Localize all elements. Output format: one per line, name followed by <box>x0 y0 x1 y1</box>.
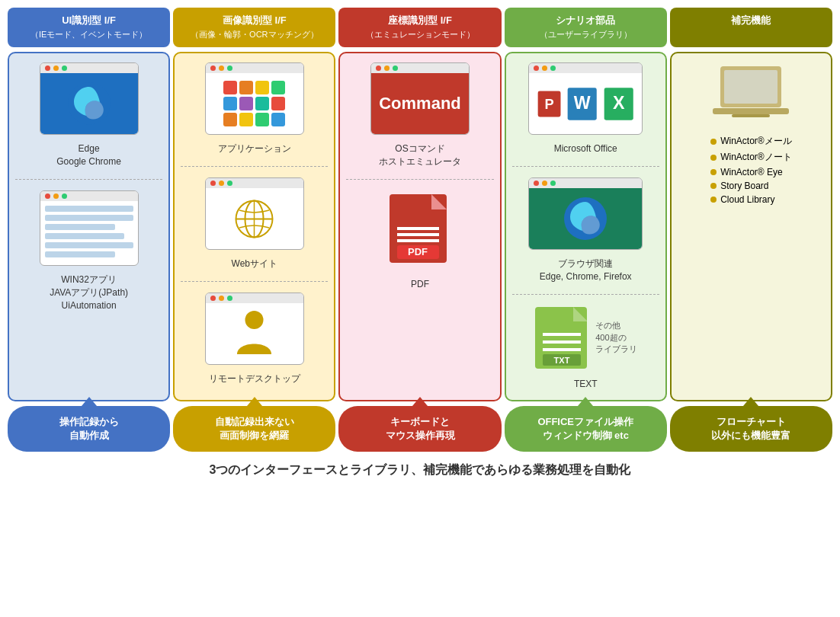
list-item-note: WinActor®ノート <box>710 151 792 164</box>
grid-cell <box>223 97 237 110</box>
excel-icon: X <box>603 83 634 125</box>
dot-g7 <box>550 66 556 71</box>
header-scenario: シナリオ部品（ユーザーライブラリ） <box>505 8 667 47</box>
txt-file-icon: TXT <box>534 305 591 370</box>
grid-cell <box>239 97 253 110</box>
divider4 <box>346 179 493 180</box>
app-label: アプリケーション <box>218 142 291 155</box>
grid-cell <box>271 97 285 110</box>
app-grid <box>220 78 288 129</box>
dot-g8 <box>550 181 556 186</box>
edge-window <box>40 62 139 135</box>
dot-y5 <box>219 296 224 301</box>
dot-r8 <box>534 181 539 186</box>
arrow-scenario: OFFICEファイル操作ウィンドウ制御 etc <box>505 406 667 452</box>
txt-label: TEXT <box>574 378 598 391</box>
grid-cell <box>239 113 253 126</box>
dot-y7 <box>542 66 547 71</box>
bar5 <box>45 242 133 248</box>
grid-cell <box>223 113 237 126</box>
header-supplement: 補完機能 <box>670 8 832 47</box>
divider6 <box>512 294 659 295</box>
dot-y6 <box>384 66 390 71</box>
bullet-dot <box>710 155 717 161</box>
dot-g4 <box>227 181 232 186</box>
laptop-icon <box>709 62 793 127</box>
dot-r4 <box>210 181 216 186</box>
dot-g5 <box>227 296 232 301</box>
arrow-coord: キーボードとマウス操作再現 <box>338 406 501 452</box>
col-supplement: WinActor®メール WinActor®ノート WinActor® Eye … <box>670 52 832 401</box>
app-window <box>205 62 304 135</box>
header-row: UI識別型 I/F（IEモード、イベントモード） 画像識別型 I/F（画像・輪郭… <box>8 8 832 47</box>
svg-text:TXT: TXT <box>554 356 570 365</box>
arrow-image: 自動記録出来ない画面制御を網羅 <box>173 406 335 452</box>
list-item-label: WinActor®メール <box>720 135 792 148</box>
bar1 <box>45 206 133 212</box>
globe-icon <box>233 198 275 240</box>
content-row: EdgeGoogle Chrome WIN32アプリJAV <box>8 52 832 401</box>
remote-window <box>205 293 304 365</box>
list-item-label: WinActor® Eye <box>720 167 783 177</box>
grid-cell <box>223 81 237 94</box>
arrow-ui: 操作記録から自動作成 <box>8 406 170 452</box>
bar2 <box>45 215 133 221</box>
dot-r3 <box>210 66 216 71</box>
divider5 <box>512 166 659 167</box>
header-ui: UI識別型 I/F（IEモード、イベントモード） <box>8 8 170 47</box>
list-item-label: Cloud Library <box>720 194 774 205</box>
browser-label: ブラウザ関連Edge, Chrome, Firefox <box>540 257 632 283</box>
bullet-dot <box>710 183 717 189</box>
dot-y4 <box>219 181 224 186</box>
command-text: Command <box>379 94 461 113</box>
list-item-label: WinActor®ノート <box>720 151 792 164</box>
remote-label: リモートデスクトップ <box>209 372 300 385</box>
svg-rect-30 <box>713 108 789 114</box>
col-ui: EdgeGoogle Chrome WIN32アプリJAV <box>8 52 170 401</box>
col-scenario: P W X Microsoft Office <box>505 52 667 401</box>
win32-window <box>40 190 139 266</box>
dot-yellow2 <box>53 193 59 199</box>
list-item-storyboard: Story Board <box>710 181 792 191</box>
divider1 <box>15 179 162 180</box>
grid-cell <box>271 81 285 94</box>
divider3 <box>181 281 328 282</box>
dot-r7 <box>534 66 539 71</box>
dot-g3 <box>227 66 232 71</box>
grid-cell <box>255 97 269 110</box>
svg-text:P: P <box>545 97 554 112</box>
browser-edge-icon <box>563 196 608 241</box>
win32-label: WIN32アプリJAVAアプリ(JPath)UiAutomation <box>50 273 128 312</box>
header-image: 画像識別型 I/F（画像・輪郭・OCRマッチング） <box>173 8 335 47</box>
grid-cell <box>271 113 285 126</box>
header-coord: 座標識別型 I/F（エミュレーションモード） <box>338 8 501 47</box>
dot-red <box>45 66 50 71</box>
dot-y8 <box>542 181 547 186</box>
col-image: アプリケーション <box>173 52 335 401</box>
dot-green <box>62 66 67 71</box>
web-window <box>205 177 304 250</box>
svg-rect-31 <box>732 114 770 117</box>
dot-green2 <box>62 193 67 199</box>
list-item-eye: WinActor® Eye <box>710 167 792 177</box>
web-label: Webサイト <box>232 257 277 270</box>
col-coord: Command OSコマンドホストエミュレータ PDF PDF <box>338 52 501 401</box>
bar3 <box>45 224 116 230</box>
txt-row: TXT その他400超のライブラリ <box>534 305 637 370</box>
arrow-supplement: フローチャート以外にも機能豊富 <box>670 406 832 452</box>
command-window: Command <box>370 62 470 135</box>
grid-cell <box>255 113 269 126</box>
powerpoint-icon: P <box>537 87 562 121</box>
arrow-row: 操作記録から自動作成 自動記録出来ない画面制御を網羅 キーボードとマウス操作再現… <box>8 406 832 452</box>
word-icon: W <box>566 83 598 125</box>
bullet-dot <box>710 197 717 203</box>
dot-r5 <box>210 296 216 301</box>
svg-text:PDF: PDF <box>408 246 428 257</box>
list-item-mail: WinActor®メール <box>710 135 792 148</box>
browser-window <box>528 177 643 250</box>
main-container: UI識別型 I/F（IEモード、イベントモード） 画像識別型 I/F（画像・輪郭… <box>8 8 832 481</box>
txt-side-label: その他400超のライブラリ <box>595 320 637 355</box>
footer-text: 3つのインターフェースとライブラリ、補完機能であらゆる業務処理を自動化 <box>8 459 832 481</box>
svg-text:W: W <box>574 93 591 113</box>
supplement-list: WinActor®メール WinActor®ノート WinActor® Eye … <box>710 135 792 208</box>
